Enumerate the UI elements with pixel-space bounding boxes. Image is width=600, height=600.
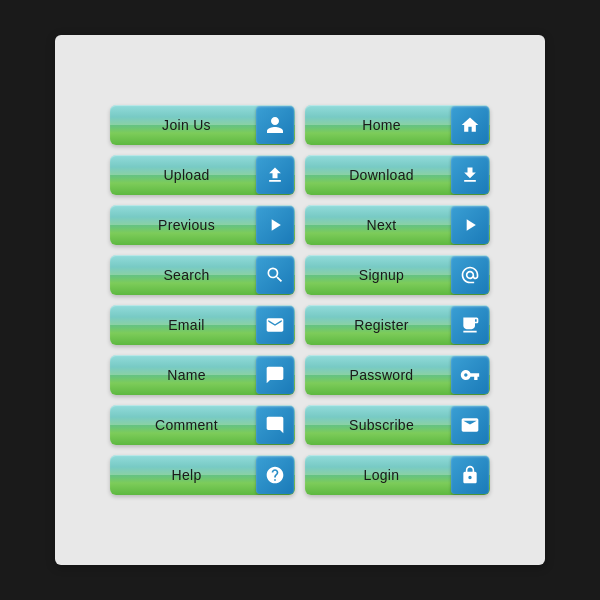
btn-label-0: Join Us (110, 117, 255, 133)
upload-button[interactable]: Upload (110, 155, 295, 195)
btn-label-11: Password (305, 367, 450, 383)
btn-icon-subscribe (451, 406, 489, 444)
btn-icon-upload (256, 156, 294, 194)
password-button[interactable]: Password (305, 355, 490, 395)
btn-label-3: Download (305, 167, 450, 183)
btn-label-14: Help (110, 467, 255, 483)
btn-label-5: Next (305, 217, 450, 233)
btn-label-2: Upload (110, 167, 255, 183)
help-button[interactable]: Help (110, 455, 295, 495)
previous-button[interactable]: Previous (110, 205, 295, 245)
btn-label-7: Signup (305, 267, 450, 283)
home-button[interactable]: Home (305, 105, 490, 145)
login-button[interactable]: Login (305, 455, 490, 495)
btn-icon-email (256, 306, 294, 344)
btn-icon-register (451, 306, 489, 344)
btn-icon-help (256, 456, 294, 494)
btn-icon-search (256, 256, 294, 294)
email-button[interactable]: Email (110, 305, 295, 345)
btn-label-13: Subscribe (305, 417, 450, 433)
btn-label-12: Comment (110, 417, 255, 433)
btn-label-10: Name (110, 367, 255, 383)
btn-icon-name (256, 356, 294, 394)
btn-icon-lock (451, 456, 489, 494)
btn-label-15: Login (305, 467, 450, 483)
btn-icon-download (451, 156, 489, 194)
next-button[interactable]: Next (305, 205, 490, 245)
button-grid: Join Us Home Upload Download Previous Ne… (90, 85, 510, 515)
download-button[interactable]: Download (305, 155, 490, 195)
btn-icon-at (451, 256, 489, 294)
btn-icon-person (256, 106, 294, 144)
btn-icon-key (451, 356, 489, 394)
btn-icon-arrow-right (256, 206, 294, 244)
btn-label-4: Previous (110, 217, 255, 233)
btn-label-9: Register (305, 317, 450, 333)
btn-icon-home (451, 106, 489, 144)
btn-label-6: Search (110, 267, 255, 283)
btn-label-1: Home (305, 117, 450, 133)
main-card: Join Us Home Upload Download Previous Ne… (55, 35, 545, 565)
comment-button[interactable]: Comment (110, 405, 295, 445)
register-button[interactable]: Register (305, 305, 490, 345)
btn-icon-arrow-right (451, 206, 489, 244)
search-button[interactable]: Search (110, 255, 295, 295)
btn-icon-comment (256, 406, 294, 444)
join-us-button[interactable]: Join Us (110, 105, 295, 145)
name-button[interactable]: Name (110, 355, 295, 395)
btn-label-8: Email (110, 317, 255, 333)
signup-button[interactable]: Signup (305, 255, 490, 295)
subscribe-button[interactable]: Subscribe (305, 405, 490, 445)
